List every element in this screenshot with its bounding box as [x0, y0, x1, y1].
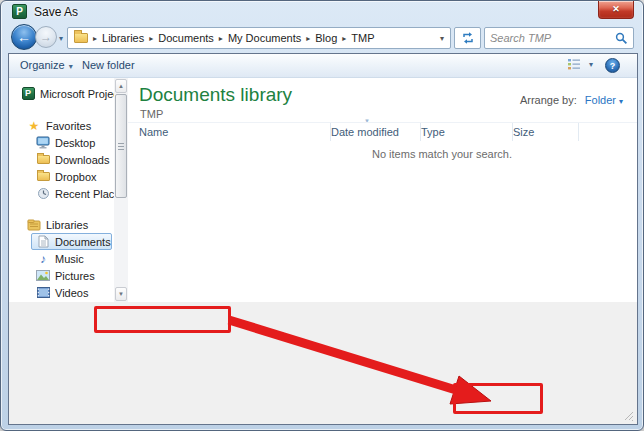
address-dropdown-icon[interactable]: ▾ — [440, 34, 446, 43]
new-folder-button[interactable]: New folder — [82, 59, 135, 71]
breadcrumb[interactable]: ▸ Libraries ▸ Documents ▸ My Documents ▸… — [67, 27, 451, 49]
title-bar[interactable]: P Save As ✕ — [1, 1, 643, 23]
column-header-date-modified[interactable]: Date modified — [331, 123, 421, 141]
organize-button[interactable]: Organize▾ — [20, 59, 73, 71]
sidebar-item-pictures[interactable]: Pictures — [31, 267, 112, 284]
breadcrumb-item-documents[interactable]: Documents — [158, 32, 214, 44]
sidebar-scrollbar[interactable]: ▲ ▼ — [114, 78, 128, 302]
sidebar-item-label: Pictures — [55, 270, 95, 282]
refresh-button[interactable] — [454, 27, 481, 49]
column-header-name[interactable]: Name — [139, 123, 331, 141]
arrange-by-label: Arrange by: — [520, 94, 577, 106]
downloads-folder-icon — [36, 153, 50, 167]
sidebar-item-recent-places[interactable]: Recent Places — [31, 185, 112, 202]
chevron-down-icon: ▾ — [619, 97, 623, 106]
save-as-dialog: P Save As ✕ ← → ▾ ▸ Libraries ▸ Document… — [0, 0, 644, 431]
documents-icon — [36, 235, 50, 249]
column-header-size[interactable]: Size — [513, 123, 579, 141]
window-title: Save As — [34, 5, 78, 19]
navigation-pane: P Microsoft Project ★ Favorites — [9, 78, 114, 302]
scrollbar-thumb[interactable] — [115, 94, 127, 198]
scroll-up-icon[interactable]: ▲ — [115, 79, 127, 93]
videos-icon — [36, 286, 50, 300]
sidebar-item-label: Downloads — [55, 154, 109, 166]
sidebar-item-microsoft-project[interactable]: P Microsoft Project — [9, 85, 114, 102]
sidebar-item-documents[interactable]: Documents — [31, 233, 112, 250]
breadcrumb-separator-icon: ▸ — [149, 34, 153, 43]
chevron-down-icon: ▾ — [589, 60, 593, 69]
command-toolbar: Organize▾ New folder ▾ ? — [9, 54, 637, 78]
microsoft-project-icon: P — [21, 87, 35, 101]
sidebar-item-label: Dropbox — [55, 171, 97, 183]
breadcrumb-item-my-documents[interactable]: My Documents — [228, 32, 301, 44]
sidebar-group-libraries[interactable]: Libraries — [9, 216, 114, 233]
sidebar-item-downloads[interactable]: Downloads — [31, 151, 112, 168]
breadcrumb-item-blog[interactable]: Blog — [315, 32, 337, 44]
libraries-icon — [27, 218, 41, 232]
library-location: TMP — [140, 108, 163, 120]
microsoft-project-icon: P — [12, 4, 27, 19]
views-icon — [567, 58, 581, 70]
save-form-panel: File name: ▾ Save as type: Project (*.mp… — [9, 302, 637, 424]
history-chevron-icon[interactable]: ▾ — [59, 34, 63, 43]
breadcrumb-item-tmp[interactable]: TMP — [351, 32, 374, 44]
folder-icon — [74, 33, 88, 43]
library-title: Documents library — [139, 84, 292, 106]
scrollbar-grip — [118, 143, 124, 150]
arrange-by-value[interactable]: Folder▾ — [585, 94, 623, 106]
file-list-pane: Documents library TMP Arrange by: Folder… — [128, 78, 637, 302]
sidebar-group-label: Favorites — [46, 120, 91, 132]
search-input[interactable] — [490, 32, 615, 44]
sidebar-group-favorites[interactable]: ★ Favorites — [9, 117, 114, 134]
dropbox-folder-icon — [36, 170, 50, 184]
sidebar-item-label: Videos — [55, 287, 88, 299]
resize-grip[interactable] — [623, 410, 634, 421]
sidebar-item-music[interactable]: ♪ Music — [31, 250, 112, 267]
recent-places-icon — [36, 187, 50, 201]
chevron-down-icon: ▾ — [69, 62, 73, 71]
sidebar-group-label: Libraries — [46, 219, 88, 231]
search-box[interactable] — [484, 27, 634, 49]
dialog-body: Organize▾ New folder ▾ ? P — [8, 53, 638, 425]
column-headers: Name Date modified Type Size — [128, 122, 637, 140]
sidebar-item-label: Recent Places — [55, 188, 114, 200]
sidebar-item-label: Microsoft Project — [40, 88, 114, 100]
breadcrumb-separator-icon: ▸ — [219, 34, 223, 43]
search-icon — [615, 32, 628, 45]
pictures-icon — [36, 269, 50, 283]
back-button[interactable]: ← — [11, 24, 37, 50]
music-note-icon: ♪ — [36, 252, 50, 266]
breadcrumb-separator-icon: ▸ — [342, 34, 346, 43]
breadcrumb-separator-icon: ▸ — [306, 34, 310, 43]
star-icon: ★ — [27, 119, 41, 133]
desktop-icon — [36, 136, 50, 150]
navigation-bar: ← → ▾ ▸ Libraries ▸ Documents ▸ My Docum… — [8, 23, 638, 53]
organize-label: Organize — [20, 59, 65, 71]
sidebar-item-label: Music — [55, 253, 84, 265]
sidebar-item-label: Desktop — [55, 137, 95, 149]
scroll-down-icon[interactable]: ▼ — [115, 287, 127, 301]
sidebar-item-label: Documents — [55, 236, 111, 248]
empty-list-message: No items match your search. — [372, 148, 512, 160]
content-area: P Microsoft Project ★ Favorites — [9, 78, 637, 302]
change-view-button[interactable]: ▾ — [567, 58, 593, 70]
help-button[interactable]: ? — [605, 58, 620, 73]
arrange-by-control[interactable]: Arrange by: Folder▾ — [520, 94, 623, 106]
sidebar-item-dropbox[interactable]: Dropbox — [31, 168, 112, 185]
close-button[interactable]: ✕ — [598, 1, 634, 19]
breadcrumb-item-libraries[interactable]: Libraries — [102, 32, 144, 44]
column-header-type[interactable]: Type — [421, 123, 513, 141]
breadcrumb-separator-icon: ▸ — [93, 34, 97, 43]
forward-button[interactable]: → — [35, 26, 57, 48]
sidebar-item-videos[interactable]: Videos — [31, 284, 112, 301]
sidebar-item-desktop[interactable]: Desktop — [31, 134, 112, 151]
refresh-icon — [461, 31, 475, 45]
